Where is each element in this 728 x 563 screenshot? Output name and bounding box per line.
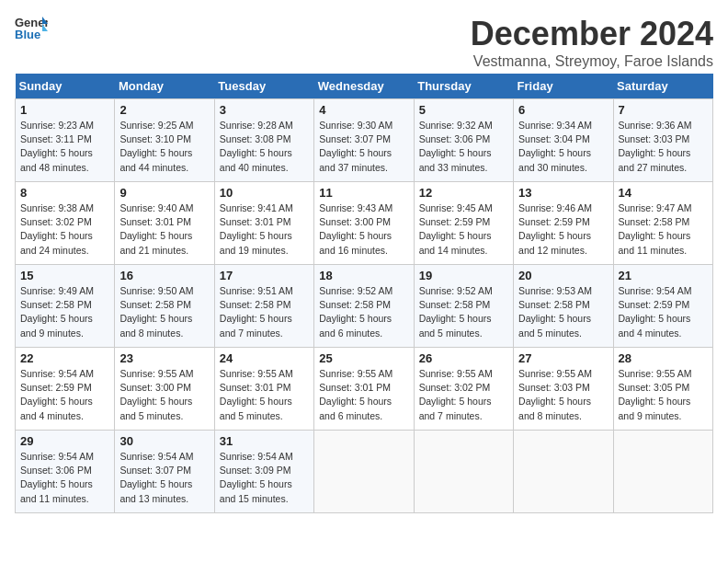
day-info: Sunrise: 9:53 AM Sunset: 2:58 PM Dayligh… [518, 284, 608, 340]
table-row: 31Sunrise: 9:54 AM Sunset: 3:09 PM Dayli… [214, 431, 313, 513]
weekday-header-row: Sunday Monday Tuesday Wednesday Thursday… [16, 74, 713, 99]
day-info: Sunrise: 9:55 AM Sunset: 3:05 PM Dayligh… [619, 367, 708, 423]
day-number: 2 [119, 103, 209, 117]
day-info: Sunrise: 9:49 AM Sunset: 2:58 PM Dayligh… [20, 284, 109, 340]
day-number: 1 [20, 103, 109, 117]
day-info: Sunrise: 9:34 AM Sunset: 3:04 PM Dayligh… [518, 119, 608, 175]
table-row: 6Sunrise: 9:34 AM Sunset: 3:04 PM Daylig… [514, 99, 613, 182]
week-row-3: 15Sunrise: 9:49 AM Sunset: 2:58 PM Dayli… [16, 265, 713, 348]
table-row: 5Sunrise: 9:32 AM Sunset: 3:06 PM Daylig… [414, 99, 513, 182]
day-info: Sunrise: 9:43 AM Sunset: 3:00 PM Dayligh… [319, 201, 408, 258]
table-row: 23Sunrise: 9:55 AM Sunset: 3:00 PM Dayli… [115, 348, 214, 431]
table-row: 3Sunrise: 9:28 AM Sunset: 3:08 PM Daylig… [214, 99, 313, 182]
calendar-title: December 2024 [471, 15, 713, 53]
day-info: Sunrise: 9:54 AM Sunset: 3:06 PM Dayligh… [20, 450, 109, 506]
table-row: 24Sunrise: 9:55 AM Sunset: 3:01 PM Dayli… [214, 348, 313, 431]
table-row: 21Sunrise: 9:54 AM Sunset: 2:59 PM Dayli… [613, 265, 712, 348]
table-row: 20Sunrise: 9:53 AM Sunset: 2:58 PM Dayli… [514, 265, 613, 348]
week-row-5: 29Sunrise: 9:54 AM Sunset: 3:06 PM Dayli… [16, 431, 713, 513]
svg-text:Blue: Blue [15, 28, 40, 40]
day-info: Sunrise: 9:32 AM Sunset: 3:06 PM Dayligh… [419, 119, 508, 175]
day-info: Sunrise: 9:52 AM Sunset: 2:58 PM Dayligh… [319, 284, 408, 340]
day-info: Sunrise: 9:47 AM Sunset: 2:58 PM Dayligh… [619, 201, 708, 258]
table-row: 2Sunrise: 9:25 AM Sunset: 3:10 PM Daylig… [115, 99, 214, 182]
table-row: 17Sunrise: 9:51 AM Sunset: 2:58 PM Dayli… [214, 265, 313, 348]
header-sunday: Sunday [16, 74, 115, 99]
day-info: Sunrise: 9:40 AM Sunset: 3:01 PM Dayligh… [119, 201, 209, 258]
table-row: 12Sunrise: 9:45 AM Sunset: 2:59 PM Dayli… [414, 182, 513, 265]
day-info: Sunrise: 9:54 AM Sunset: 2:59 PM Dayligh… [20, 367, 109, 423]
day-info: Sunrise: 9:51 AM Sunset: 2:58 PM Dayligh… [220, 284, 309, 340]
week-row-2: 8Sunrise: 9:38 AM Sunset: 3:02 PM Daylig… [16, 182, 713, 265]
day-number: 28 [619, 351, 708, 365]
day-info: Sunrise: 9:41 AM Sunset: 3:01 PM Dayligh… [220, 201, 309, 258]
day-info: Sunrise: 9:28 AM Sunset: 3:08 PM Dayligh… [220, 119, 309, 175]
day-info: Sunrise: 9:30 AM Sunset: 3:07 PM Dayligh… [319, 119, 408, 175]
day-number: 12 [419, 186, 508, 200]
table-row [613, 431, 712, 513]
day-info: Sunrise: 9:55 AM Sunset: 3:01 PM Dayligh… [319, 367, 408, 423]
calendar-subtitle: Vestmanna, Streymoy, Faroe Islands [471, 53, 713, 70]
day-info: Sunrise: 9:50 AM Sunset: 2:58 PM Dayligh… [119, 284, 209, 340]
table-row: 18Sunrise: 9:52 AM Sunset: 2:58 PM Dayli… [314, 265, 414, 348]
day-info: Sunrise: 9:55 AM Sunset: 3:02 PM Dayligh… [419, 367, 508, 423]
day-info: Sunrise: 9:36 AM Sunset: 3:03 PM Dayligh… [619, 119, 708, 175]
table-row: 25Sunrise: 9:55 AM Sunset: 3:01 PM Dayli… [314, 348, 414, 431]
day-number: 31 [220, 434, 309, 448]
table-row: 13Sunrise: 9:46 AM Sunset: 2:59 PM Dayli… [514, 182, 613, 265]
day-number: 25 [319, 351, 408, 365]
day-info: Sunrise: 9:46 AM Sunset: 2:59 PM Dayligh… [518, 201, 608, 258]
table-row: 10Sunrise: 9:41 AM Sunset: 3:01 PM Dayli… [214, 182, 313, 265]
day-info: Sunrise: 9:55 AM Sunset: 3:00 PM Dayligh… [119, 367, 209, 423]
table-row: 14Sunrise: 9:47 AM Sunset: 2:58 PM Dayli… [613, 182, 712, 265]
day-info: Sunrise: 9:54 AM Sunset: 2:59 PM Dayligh… [619, 284, 708, 340]
day-info: Sunrise: 9:55 AM Sunset: 3:03 PM Dayligh… [518, 367, 608, 423]
day-number: 5 [419, 103, 508, 117]
day-info: Sunrise: 9:54 AM Sunset: 3:07 PM Dayligh… [119, 450, 209, 506]
day-number: 9 [119, 186, 209, 200]
day-number: 4 [319, 103, 408, 117]
table-row: 19Sunrise: 9:52 AM Sunset: 2:58 PM Dayli… [414, 265, 513, 348]
table-row: 22Sunrise: 9:54 AM Sunset: 2:59 PM Dayli… [16, 348, 115, 431]
day-number: 17 [220, 269, 309, 282]
day-number: 23 [119, 351, 209, 365]
table-row: 15Sunrise: 9:49 AM Sunset: 2:58 PM Dayli… [16, 265, 115, 348]
table-row: 26Sunrise: 9:55 AM Sunset: 3:02 PM Dayli… [414, 348, 513, 431]
day-number: 15 [20, 269, 109, 282]
day-number: 18 [319, 269, 408, 282]
header-saturday: Saturday [613, 74, 712, 99]
day-number: 7 [619, 103, 708, 117]
day-number: 29 [20, 434, 109, 448]
header-wednesday: Wednesday [314, 74, 414, 99]
day-number: 27 [518, 351, 608, 365]
day-number: 11 [319, 186, 408, 200]
table-row: 28Sunrise: 9:55 AM Sunset: 3:05 PM Dayli… [613, 348, 712, 431]
day-number: 13 [518, 186, 608, 200]
header-thursday: Thursday [414, 74, 513, 99]
day-number: 20 [518, 269, 608, 282]
header-tuesday: Tuesday [214, 74, 313, 99]
day-number: 30 [119, 434, 209, 448]
day-info: Sunrise: 9:54 AM Sunset: 3:09 PM Dayligh… [220, 450, 309, 506]
day-number: 14 [619, 186, 708, 200]
table-row: 30Sunrise: 9:54 AM Sunset: 3:07 PM Dayli… [115, 431, 214, 513]
table-row: 8Sunrise: 9:38 AM Sunset: 3:02 PM Daylig… [16, 182, 115, 265]
table-row [514, 431, 613, 513]
table-row: 27Sunrise: 9:55 AM Sunset: 3:03 PM Dayli… [514, 348, 613, 431]
table-row: 9Sunrise: 9:40 AM Sunset: 3:01 PM Daylig… [115, 182, 214, 265]
table-row: 7Sunrise: 9:36 AM Sunset: 3:03 PM Daylig… [613, 99, 712, 182]
calendar-body: 1Sunrise: 9:23 AM Sunset: 3:11 PM Daylig… [16, 99, 713, 513]
header: General Blue December 2024 Vestmanna, St… [15, 15, 713, 70]
day-number: 24 [220, 351, 309, 365]
table-row: 1Sunrise: 9:23 AM Sunset: 3:11 PM Daylig… [16, 99, 115, 182]
table-row: 11Sunrise: 9:43 AM Sunset: 3:00 PM Dayli… [314, 182, 414, 265]
day-info: Sunrise: 9:52 AM Sunset: 2:58 PM Dayligh… [419, 284, 508, 340]
header-monday: Monday [115, 74, 214, 99]
table-row: 4Sunrise: 9:30 AM Sunset: 3:07 PM Daylig… [314, 99, 414, 182]
title-area: December 2024 Vestmanna, Streymoy, Faroe… [471, 15, 713, 70]
day-number: 3 [220, 103, 309, 117]
week-row-4: 22Sunrise: 9:54 AM Sunset: 2:59 PM Dayli… [16, 348, 713, 431]
day-number: 21 [619, 269, 708, 282]
day-info: Sunrise: 9:25 AM Sunset: 3:10 PM Dayligh… [119, 119, 209, 175]
day-number: 8 [20, 186, 109, 200]
